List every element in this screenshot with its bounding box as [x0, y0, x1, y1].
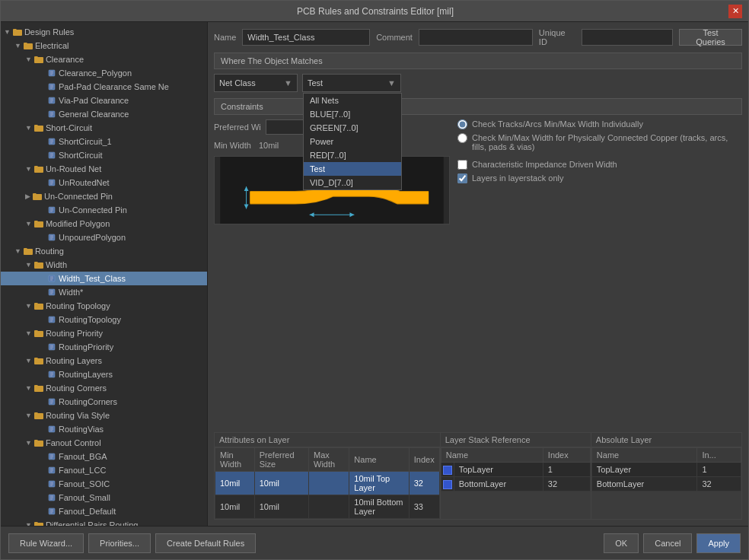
- rule-icon: [46, 68, 57, 78]
- tree-item[interactable]: RoutingLayers: [1, 368, 207, 381]
- apply-button[interactable]: Apply: [696, 533, 741, 553]
- comment-input[interactable]: [419, 29, 533, 46]
- check4-checkbox[interactable]: [457, 173, 467, 183]
- cancel-button[interactable]: Cancel: [643, 533, 692, 553]
- tree-item[interactable]: UnpouredPolygon: [1, 231, 207, 244]
- tree-item-label: Fanout_LCC: [59, 466, 106, 475]
- tree-item[interactable]: Pad-Pad Clearance Same Ne: [1, 80, 207, 94]
- dropdown-item-green[interactable]: GREEN[7..0]: [304, 121, 401, 135]
- layer-index: 1: [543, 463, 590, 477]
- tree-item[interactable]: ▼Routing: [1, 244, 207, 258]
- tree-expand-arrow[interactable]: ▼: [25, 357, 32, 364]
- tree-item[interactable]: ▼Routing Layers: [1, 354, 207, 368]
- tree-item[interactable]: Width_Test_Class: [1, 272, 207, 285]
- rule-wizard-button[interactable]: Rule Wizard...: [8, 533, 84, 553]
- tree-expand-arrow[interactable]: ▼: [25, 412, 32, 419]
- tree-item[interactable]: ShortCircuit_1: [1, 135, 207, 148]
- tree-item[interactable]: ▼Routing Via Style: [1, 409, 207, 422]
- tree-item[interactable]: ▼Un-Routed Net: [1, 162, 207, 176]
- tree-item[interactable]: General Clearance: [1, 107, 207, 121]
- table-row[interactable]: 10mil 10mil 10mil Bottom Layer 33: [215, 495, 440, 519]
- table-row[interactable]: 10mil 10mil 10mil Top Layer 32: [215, 472, 440, 495]
- tree-item[interactable]: ▼Modified Polygon: [1, 217, 207, 231]
- folder-icon: [33, 259, 44, 270]
- preferred-input[interactable]: [266, 119, 308, 135]
- tree-expand-arrow[interactable]: ▼: [25, 384, 32, 392]
- tree-item[interactable]: RoutingVias: [1, 422, 207, 436]
- layer-index: 32: [543, 477, 590, 492]
- rule-icon: [46, 150, 57, 161]
- tree-item[interactable]: ▼Routing Topology: [1, 299, 207, 313]
- tree-expand-arrow[interactable]: ▼: [25, 329, 32, 337]
- check3-checkbox[interactable]: [457, 160, 467, 170]
- abs-layer-name: BottomLayer: [591, 477, 697, 492]
- tree-item[interactable]: RoutingCorners: [1, 395, 207, 409]
- ok-button[interactable]: OK: [604, 533, 639, 553]
- dropdown-item-vid[interactable]: VID_D[7..0]: [304, 176, 401, 189]
- tree-item[interactable]: Fanout_BGA: [1, 450, 207, 463]
- uid-input[interactable]: [582, 29, 673, 46]
- table-row[interactable]: BottomLayer 32: [591, 477, 741, 492]
- tree-item[interactable]: Un-Connected Pin: [1, 203, 207, 217]
- close-button[interactable]: ✕: [728, 5, 742, 18]
- test-queries-button[interactable]: Test Queries: [679, 29, 742, 46]
- check2-radio[interactable]: [457, 133, 467, 143]
- tree-expand-arrow[interactable]: ▼: [25, 56, 32, 63]
- tree-item[interactable]: Fanout_Small: [1, 491, 207, 504]
- dropdown-item-test[interactable]: Test: [304, 162, 401, 176]
- tree-expand-arrow[interactable]: ▼: [4, 28, 11, 36]
- tree-expand-arrow[interactable]: ▼: [25, 165, 32, 173]
- tree-item[interactable]: ▼Width: [1, 258, 207, 272]
- tree-expand-arrow[interactable]: ▼: [25, 124, 32, 132]
- rule-icon: [46, 342, 57, 352]
- tree-item[interactable]: Clearance_Polygon: [1, 66, 207, 80]
- tree-expand-arrow[interactable]: ▼: [25, 261, 32, 269]
- preferred-label: Preferred Wi: [214, 123, 261, 132]
- tree-item[interactable]: Fanout_LCC: [1, 463, 207, 477]
- dropdown-item-power[interactable]: Power: [304, 135, 401, 148]
- tree-expand-arrow[interactable]: ▼: [25, 220, 32, 228]
- check1-radio[interactable]: [457, 119, 467, 129]
- tree-item-label: Un-Routed Net: [46, 164, 101, 173]
- tree-expand-arrow[interactable]: ▼: [25, 439, 32, 447]
- tree-item[interactable]: Fanout_SOIC: [1, 477, 207, 491]
- tree-item[interactable]: ▼Differential Pairs Routing: [1, 518, 207, 526]
- tree-item[interactable]: Width*: [1, 285, 207, 299]
- tree-expand-arrow[interactable]: ▶: [25, 192, 30, 200]
- tree-item[interactable]: ▼Short-Circuit: [1, 121, 207, 135]
- constraints-header: Constraints: [214, 98, 742, 115]
- tree-expand-arrow[interactable]: ▼: [25, 302, 32, 310]
- tree-item[interactable]: RoutingTopology: [1, 313, 207, 326]
- folder-icon: [33, 438, 44, 448]
- name-input[interactable]: [242, 29, 370, 46]
- tree-item-label: General Clearance: [59, 110, 129, 119]
- dropdown-item-red[interactable]: RED[7..0]: [304, 148, 401, 162]
- rule-icon: [46, 451, 57, 462]
- net-class-dropdown[interactable]: Net Class ▼: [214, 74, 298, 92]
- dropdown-item-blue[interactable]: BLUE[7..0]: [304, 107, 401, 121]
- tree-item[interactable]: ▼Routing Corners: [1, 381, 207, 395]
- tree-expand-arrow[interactable]: ▼: [14, 247, 21, 255]
- tree-item[interactable]: ▼Electrical: [1, 39, 207, 52]
- all-nets-dropdown[interactable]: Test ▼ All Nets BLUE[7..0] GREEN[7..0] P…: [302, 74, 401, 92]
- tree-item[interactable]: ▼Design Rules: [1, 25, 207, 39]
- create-default-button[interactable]: Create Default Rules: [155, 533, 256, 553]
- tree-item[interactable]: RoutingPriority: [1, 340, 207, 354]
- table-row[interactable]: TopLayer 1: [441, 463, 590, 477]
- tree-item[interactable]: ▼Routing Priority: [1, 326, 207, 340]
- rule-icon: [46, 81, 57, 92]
- tree-item[interactable]: UnRoutedNet: [1, 176, 207, 189]
- tree-item[interactable]: ▼Fanout Control: [1, 436, 207, 450]
- priorities-button[interactable]: Priorities...: [88, 533, 151, 553]
- table-row[interactable]: BottomLayer 32: [441, 477, 590, 492]
- tree-item[interactable]: ▼Clearance: [1, 52, 207, 66]
- col-name: Name: [349, 448, 409, 472]
- cell-index: 33: [409, 495, 439, 519]
- tree-item[interactable]: ShortCircuit: [1, 148, 207, 162]
- tree-item[interactable]: Fanout_Default: [1, 504, 207, 518]
- tree-item[interactable]: Via-Pad Clearance: [1, 94, 207, 107]
- tree-item[interactable]: ▶Un-Connected Pin: [1, 189, 207, 203]
- dropdown-item-all-nets[interactable]: All Nets: [304, 94, 401, 107]
- tree-expand-arrow[interactable]: ▼: [14, 42, 21, 49]
- table-row[interactable]: TopLayer 1: [591, 463, 741, 477]
